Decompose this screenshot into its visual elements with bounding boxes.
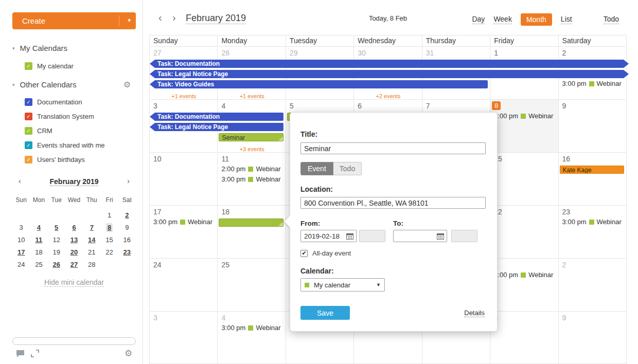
day-cell[interactable]: 25: [218, 258, 286, 311]
calendar-list-item[interactable]: ✓Documentation: [25, 95, 137, 109]
view-week-button[interactable]: Week: [493, 15, 512, 24]
calendar-checkbox-checked-icon[interactable]: ✓: [25, 98, 32, 106]
mini-day[interactable]: 6: [65, 221, 83, 233]
mini-day[interactable]: 1: [100, 209, 118, 221]
view-day-button[interactable]: Day: [472, 15, 485, 24]
other-calendars-section-header[interactable]: ▾ Other Calendars ⚙: [12, 80, 131, 89]
chevron-down-icon[interactable]: ▾: [128, 17, 131, 24]
task-bar[interactable]: Task: Video Guides: [150, 80, 488, 88]
mini-day[interactable]: 24: [12, 258, 30, 270]
mini-day[interactable]: 16: [118, 233, 136, 246]
collapse-arrow-icon[interactable]: ▾: [12, 46, 15, 51]
mini-day[interactable]: 14: [83, 233, 100, 246]
mini-day[interactable]: 18: [30, 246, 47, 258]
calendar-checkbox-checked-icon[interactable]: ✓: [25, 113, 32, 120]
view-list-button[interactable]: List: [561, 15, 572, 24]
day-cell[interactable]: 15: [490, 152, 558, 205]
my-calendars-section-header[interactable]: ▾ My Calendars: [12, 44, 67, 52]
mini-day[interactable]: 8: [100, 221, 118, 233]
calendar-list-item[interactable]: ✓Translation System: [25, 109, 137, 123]
settings-gear-icon[interactable]: ⚙: [125, 349, 132, 358]
day-cell[interactable]: 3: [150, 311, 218, 364]
day-cell[interactable]: 10: [150, 152, 218, 205]
hide-mini-calendar-link[interactable]: Hide mini calendar: [44, 278, 104, 287]
task-bar[interactable]: Task: Documentation: [150, 60, 629, 68]
timed-event-item[interactable]: 3:00 pmWebinar: [221, 175, 280, 184]
timed-event-item[interactable]: 3:00 pmWebinar: [221, 324, 280, 333]
task-bar[interactable]: Task: Legal Notice Page: [150, 123, 283, 131]
calendar-checkbox-checked-icon[interactable]: ✓: [25, 62, 32, 70]
prev-month-icon[interactable]: ‹: [158, 12, 162, 23]
mini-day[interactable]: 17: [12, 246, 30, 258]
mini-calendar-title[interactable]: February 2019: [50, 177, 99, 186]
from-date-field[interactable]: 2019-02-18: [300, 230, 357, 242]
timed-event-item[interactable]: 3:00 pmWebinar: [153, 218, 212, 227]
mini-day[interactable]: 28: [83, 258, 100, 270]
chat-icon[interactable]: [16, 350, 25, 359]
event-bar[interactable]: Seminar: [219, 133, 283, 141]
mini-day[interactable]: 20: [65, 246, 83, 258]
calendar-checkbox-checked-icon[interactable]: ✓: [25, 127, 32, 135]
mini-day[interactable]: 3: [12, 221, 30, 233]
mini-day[interactable]: 4: [30, 221, 47, 233]
view-todo-button[interactable]: Todo: [604, 15, 619, 24]
mini-day[interactable]: 11: [30, 233, 47, 246]
calendar-checkbox-checked-icon[interactable]: ✓: [25, 156, 32, 163]
mini-day[interactable]: 5: [48, 221, 65, 233]
mini-day[interactable]: 15: [100, 233, 118, 246]
calendar-select[interactable]: My calendar ▼: [300, 278, 385, 292]
resize-handle-icon[interactable]: [278, 222, 283, 226]
timed-event-item[interactable]: 3:00 pmWebinar: [562, 218, 622, 227]
day-cell[interactable]: 8: [490, 99, 558, 152]
day-cell[interactable]: 8: [490, 311, 558, 364]
create-button[interactable]: Create ▾: [12, 12, 136, 29]
day-cell[interactable]: 17: [150, 205, 218, 258]
details-link[interactable]: Details: [464, 309, 485, 317]
calendar-list-item[interactable]: ✓CRM: [25, 123, 137, 138]
mini-day[interactable]: 7: [83, 221, 100, 233]
mini-day[interactable]: 27: [65, 258, 83, 270]
next-month-icon[interactable]: ›: [172, 12, 176, 23]
calendar-list-item[interactable]: ✓Events shared with me: [25, 138, 137, 152]
title-input[interactable]: [300, 142, 486, 154]
all-day-checkbox-row[interactable]: ✔ All-day event: [300, 249, 351, 257]
mini-day[interactable]: 21: [83, 246, 100, 258]
timed-event-item[interactable]: 3:00 pmWebinar: [494, 271, 553, 280]
mini-day[interactable]: 23: [118, 246, 136, 258]
day-cell[interactable]: 16: [559, 152, 627, 205]
mini-day[interactable]: 9: [118, 221, 136, 233]
mini-day[interactable]: 22: [100, 246, 118, 258]
mini-day[interactable]: 10: [12, 233, 30, 246]
day-cell[interactable]: 18: [218, 205, 286, 258]
mini-prev-month-icon[interactable]: ‹: [19, 177, 21, 185]
task-bar[interactable]: Task: Documentation: [150, 113, 283, 121]
day-cell[interactable]: 2: [559, 258, 627, 311]
day-cell[interactable]: 24: [150, 258, 218, 311]
day-cell[interactable]: 9: [559, 99, 627, 152]
event-bar[interactable]: [219, 219, 283, 227]
view-month-button[interactable]: Month: [521, 13, 552, 26]
gear-icon[interactable]: ⚙: [123, 81, 131, 89]
collapse-arrow-icon[interactable]: ▾: [12, 82, 15, 87]
resize-handle-icon[interactable]: [278, 136, 283, 141]
mini-day[interactable]: 26: [48, 258, 65, 270]
birthday-event-bar[interactable]: Kate Kage: [560, 166, 624, 174]
mini-day[interactable]: 19: [48, 246, 65, 258]
checkbox-checked-icon[interactable]: ✔: [300, 250, 308, 257]
day-cell[interactable]: 22: [490, 205, 558, 258]
today-date-badge[interactable]: 8: [492, 101, 501, 110]
mini-day[interactable]: 2: [118, 209, 136, 221]
mini-day[interactable]: 13: [65, 233, 83, 246]
day-cell[interactable]: 4: [218, 311, 286, 364]
calendar-icon[interactable]: [437, 233, 444, 240]
timed-event-item[interactable]: 3:00 pmWebinar: [562, 80, 622, 88]
timed-event-item[interactable]: 2:00 pmWebinar: [221, 165, 280, 174]
calendar-icon[interactable]: [346, 233, 353, 240]
day-cell[interactable]: 1: [490, 258, 558, 311]
calendar-list-item[interactable]: ✓My calendar: [25, 59, 137, 73]
day-cell[interactable]: 9: [559, 311, 627, 364]
timed-event-item[interactable]: 3:00 pmWebinar: [494, 112, 553, 121]
calendar-list-item[interactable]: ✓Users' birthdays: [25, 152, 137, 167]
tab-event[interactable]: Event: [300, 162, 333, 175]
page-title[interactable]: February 2019: [186, 13, 246, 24]
